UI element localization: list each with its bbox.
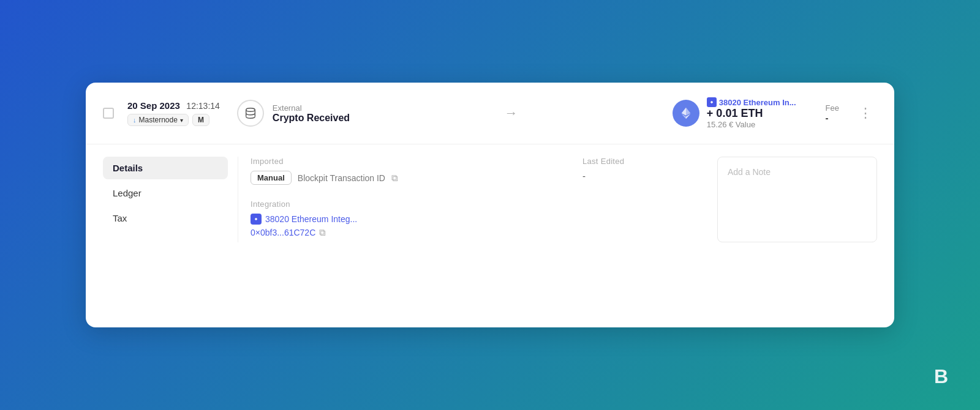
tx-hash-row: 0×0bf3...61C72C ⧉ (251, 227, 570, 238)
m-badge: M (192, 114, 209, 126)
transaction-date: 20 Sep 2023 (127, 100, 180, 111)
more-options-button[interactable]: ⋮ (854, 103, 877, 124)
date-block: 20 Sep 2023 12:13:14 ↓ Masternode ▾ M (127, 100, 220, 126)
integration-link[interactable]: 38020 Ethereum Integ... (251, 214, 570, 225)
last-edited-col: Last Edited - (570, 157, 705, 242)
eth-asset-icon (673, 100, 699, 127)
layers-icon (244, 106, 257, 120)
detail-columns: Imported Manual Blockpit Transaction ID … (251, 157, 877, 242)
transaction-time: 12:13:14 (186, 101, 220, 111)
more-dots-icon: ⋮ (859, 105, 872, 121)
nav-item-tax[interactable]: Tax (103, 207, 228, 229)
detail-content: Imported Manual Blockpit Transaction ID … (238, 157, 877, 242)
add-note-placeholder: Add a Note (728, 167, 771, 177)
last-edited-value: - (582, 171, 705, 181)
blockpit-id-label: Blockpit Transaction ID (298, 173, 385, 183)
transaction-row: 20 Sep 2023 12:13:14 ↓ Masternode ▾ M (86, 83, 894, 144)
masternode-arrow-icon: ↓ (133, 116, 137, 124)
badge-icon (253, 216, 259, 222)
ethereum-icon (679, 106, 693, 120)
manual-tag: Manual (251, 171, 292, 185)
transaction-card: 20 Sep 2023 12:13:14 ↓ Masternode ▾ M (86, 83, 894, 327)
masternode-label: Masternode (139, 116, 178, 124)
imported-label: Imported (251, 157, 570, 166)
detail-nav: Details Ledger Tax (103, 157, 238, 242)
asset-integration-name: 38020 Ethereum In... (707, 97, 796, 107)
source-icon (237, 100, 264, 127)
asset-amount: + 0.01 ETH (707, 107, 796, 120)
row-checkbox[interactable] (103, 108, 114, 119)
integration-badge-icon (251, 214, 262, 225)
last-edited-label: Last Edited (582, 157, 705, 166)
integration-label: Integration (251, 199, 570, 209)
asset-value: 15.26 € Value (707, 120, 796, 129)
detail-main-col: Imported Manual Blockpit Transaction ID … (251, 157, 570, 242)
imported-row: Manual Blockpit Transaction ID ⧉ (251, 171, 570, 185)
brand-logo: B (934, 365, 948, 388)
copy-id-button[interactable]: ⧉ (391, 173, 398, 184)
tx-hash-link[interactable]: 0×0bf3...61C72C (251, 228, 315, 237)
source-label: External (273, 103, 350, 113)
dropdown-icon: ▾ (180, 117, 183, 124)
masternode-tag[interactable]: ↓ Masternode ▾ (127, 114, 189, 126)
note-area: Add a Note (717, 157, 877, 242)
svg-point-0 (246, 108, 255, 112)
add-note-field[interactable]: Add a Note (717, 157, 877, 242)
detail-area: Details Ledger Tax Imported Manual (86, 144, 894, 259)
checkbox-area (103, 108, 123, 119)
asset-badge-icon (707, 97, 717, 107)
source-block: External Crypto Received (273, 103, 350, 124)
asset-block: 38020 Ethereum In... + 0.01 ETH 15.26 € … (707, 97, 796, 129)
fee-label: Fee (826, 103, 839, 113)
nav-item-details[interactable]: Details (103, 157, 228, 179)
imported-section: Imported Manual Blockpit Transaction ID … (251, 157, 570, 185)
nav-item-ledger[interactable]: Ledger (103, 182, 228, 204)
source-type: Crypto Received (273, 113, 350, 124)
copy-hash-button[interactable]: ⧉ (319, 227, 326, 238)
integration-section: Integration 38020 Ethereum Integ... (251, 199, 570, 238)
direction-arrow: → (350, 105, 673, 121)
fee-block: Fee - (826, 103, 839, 123)
fee-value: - (826, 113, 839, 123)
badge-inner-icon (709, 99, 715, 105)
integration-name: 38020 Ethereum Integ... (265, 214, 357, 224)
